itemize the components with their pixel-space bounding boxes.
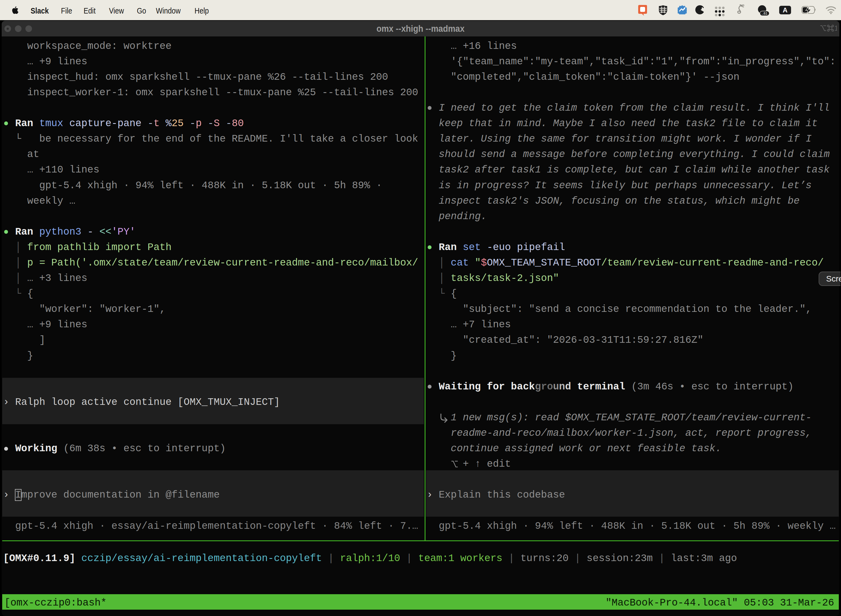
- svg-text:1: 1: [834, 25, 837, 32]
- svg-text:..61: ..61: [762, 11, 768, 15]
